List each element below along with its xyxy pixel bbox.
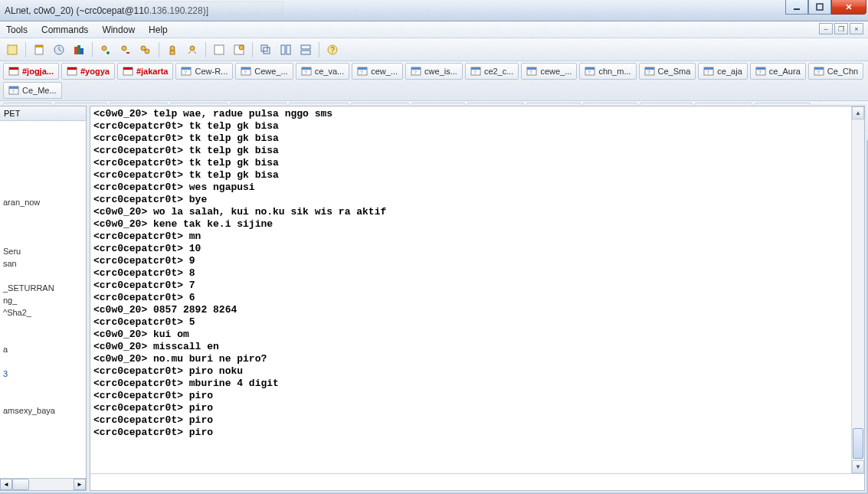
switchbar-tab[interactable]: ?ce2_c... [465, 63, 519, 80]
chat-line: <crc0cepatcr0t> tk telp gk bisa [93, 145, 861, 157]
switchbar-tab[interactable]: ?Ce_Sma [639, 63, 696, 80]
toolbar-about[interactable]: ? [323, 41, 342, 59]
background-window-hint [146, 2, 283, 15]
toolbar-button-9[interactable] [183, 41, 201, 59]
main-area: PET aran_now Serusan _SETURRANng_^Sha2_ … [0, 104, 866, 492]
nicklist-item[interactable]: 3 [0, 368, 86, 380]
toolbar-button-4[interactable] [70, 41, 88, 59]
chat-line: <crc0cepatcr0t> piro [93, 414, 861, 427]
toolbar-button-5[interactable] [97, 41, 115, 59]
menu-help[interactable]: Help [149, 25, 168, 35]
nicklist-item[interactable]: ng_ [0, 294, 86, 306]
nicklist-item[interactable] [0, 380, 86, 392]
toolbar-button-10[interactable] [210, 41, 228, 59]
nicklist-item[interactable]: aran_now [0, 196, 86, 208]
mdi-close[interactable]: × [850, 23, 863, 34]
nicklist-item[interactable] [0, 355, 86, 368]
chat-input[interactable] [90, 474, 864, 490]
switchbar-tab[interactable]: ?cewe_... [521, 63, 577, 80]
toolbar-tile-v[interactable] [296, 41, 315, 59]
switchbar-tab[interactable]: ?cwe_is... [405, 63, 463, 80]
nicklist-item[interactable] [0, 233, 86, 245]
nicklist-item[interactable] [0, 221, 86, 233]
svg-point-17 [190, 46, 195, 51]
toolbar-button-7[interactable] [136, 41, 155, 59]
switchbar-tab[interactable]: #jogja... [3, 63, 59, 80]
chat-line: <crc0cepatcr0t> 5 [93, 316, 861, 329]
toolbar-cascade[interactable] [257, 41, 275, 59]
toolbar-button-11[interactable] [230, 41, 248, 59]
toolbar-tile-h[interactable] [277, 41, 295, 59]
chat-log[interactable]: <c0w0_20> telp wae, radue pulsa nggo sms… [90, 106, 864, 473]
scroll-track[interactable] [12, 479, 74, 490]
menu-window[interactable]: Window [102, 25, 135, 35]
switchbar-tab[interactable]: ?chn_m... [579, 63, 636, 80]
nicklist-item[interactable] [0, 331, 86, 343]
toolbar-button-1[interactable] [3, 41, 21, 59]
nicklist-item[interactable] [0, 392, 86, 404]
chat-vscroll[interactable]: ▲ ▼ [851, 106, 864, 473]
minimize-button[interactable] [785, 0, 808, 15]
switchbar-tab[interactable]: #jakarta [117, 63, 174, 80]
switchbar-tab[interactable]: ?ce_va... [296, 63, 350, 80]
switchbar-tab[interactable]: ?Cew-R... [175, 63, 233, 80]
scroll-up-arrow[interactable]: ▲ [852, 106, 864, 119]
nicklist-item[interactable] [0, 208, 86, 221]
menu-commands[interactable]: Commands [41, 25, 88, 35]
scroll-thumb[interactable] [12, 479, 29, 490]
toolbar-button-2[interactable] [30, 41, 48, 59]
nicklist-item[interactable]: _SETURRAN [0, 282, 86, 294]
switchbar-tab[interactable]: ?Ce_Chn [808, 63, 863, 80]
mdi-restore[interactable]: ❐ [834, 23, 848, 34]
switchbar-tab[interactable]: ?Cewe_... [235, 63, 293, 80]
nicklist[interactable]: aran_now Serusan _SETURRANng_^Sha2_ a 3 … [0, 121, 86, 478]
chat-line: <crc0cepatcr0t> tk telp gk bisa [93, 169, 861, 182]
chat-line: <crc0cepatcr0t> piro [93, 390, 861, 402]
nicklist-item[interactable] [0, 270, 86, 282]
chat-line: <c0w0_20> telp wae, radue pulsa nggo sms [93, 108, 861, 120]
nicklist-item[interactable] [0, 123, 86, 135]
chat-line: <c0w0_20> kui om [93, 329, 861, 341]
switchbar-tab[interactable]: ?ce_aja [698, 63, 747, 80]
nicklist-item[interactable] [0, 135, 86, 147]
nicklist-item[interactable] [0, 147, 86, 159]
window-controls [785, 0, 866, 15]
svg-rect-30 [9, 67, 18, 70]
nicklist-item[interactable] [0, 319, 86, 331]
toolbar-separator [92, 42, 93, 57]
nicklist-item[interactable] [0, 184, 86, 196]
nicklist-item[interactable]: a [0, 343, 86, 355]
scroll-thumb[interactable] [853, 428, 863, 459]
nicklist-item[interactable] [0, 172, 86, 184]
nicklist-item[interactable]: ^Sha2_ [0, 306, 86, 319]
chat-panel: <c0w0_20> telp wae, radue pulsa nggo sms… [90, 106, 865, 491]
switchbar-tab[interactable]: ?Ce_Me... [3, 82, 62, 99]
nicklist-item[interactable]: amsexy_baya [0, 404, 86, 417]
svg-rect-18 [215, 45, 224, 54]
mdi-minimize[interactable]: – [819, 23, 833, 34]
switchbar-tab[interactable]: #yogya [61, 63, 115, 80]
nicklist-hscroll[interactable]: ◄ ► [0, 478, 86, 490]
toolbar-button-8[interactable] [163, 41, 182, 59]
nicklist-item[interactable]: san [0, 257, 86, 270]
toolbar-button-3[interactable] [50, 41, 68, 59]
switchbar-tab[interactable]: ?cew_... [352, 63, 403, 80]
menu-tools[interactable]: Tools [6, 25, 28, 35]
scroll-down-arrow[interactable]: ▼ [852, 460, 864, 473]
toolbar-button-6[interactable] [116, 41, 135, 59]
toolbar-separator [319, 42, 319, 57]
maximize-button[interactable] [808, 0, 831, 15]
svg-text:?: ? [360, 70, 363, 75]
scroll-left-arrow[interactable]: ◄ [0, 479, 12, 490]
chat-line: <crc0cepatcr0t> tk telp gk bisa [93, 132, 861, 145]
close-button[interactable] [831, 0, 866, 15]
switchbar-tab[interactable]: ?ce_Aura [750, 63, 806, 80]
nicklist-item[interactable] [0, 159, 86, 172]
svg-rect-8 [74, 47, 77, 54]
scroll-track[interactable] [852, 119, 864, 460]
nicklist-item[interactable]: Seru [0, 245, 86, 257]
scroll-right-arrow[interactable]: ► [74, 479, 86, 490]
chat-line: <crc0cepatcr0t> 8 [93, 267, 861, 280]
svg-point-15 [170, 46, 175, 51]
chat-line: <crc0cepatcr0t> wes ngapusi [93, 182, 861, 194]
